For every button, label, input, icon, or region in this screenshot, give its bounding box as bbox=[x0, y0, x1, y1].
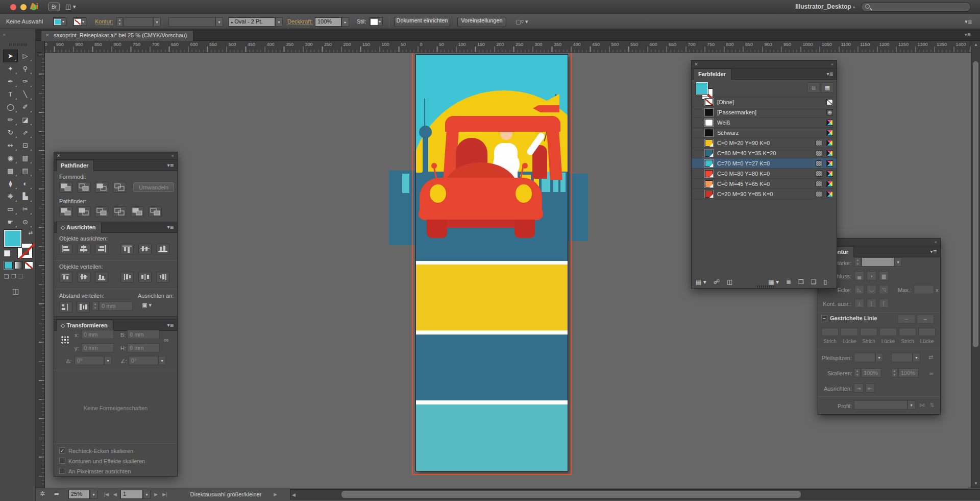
stripe-light-teal[interactable] bbox=[416, 404, 568, 471]
align-to-dropdown[interactable]: ▣ ▾ bbox=[142, 302, 152, 308]
width-tool[interactable]: ↭ bbox=[3, 139, 18, 152]
lasso-tool[interactable]: ⚲ bbox=[18, 62, 33, 75]
projecting-cap-button[interactable]: ▆ bbox=[879, 271, 889, 280]
trim-button[interactable] bbox=[77, 206, 90, 217]
mirror-right[interactable] bbox=[522, 163, 528, 169]
settings-icon[interactable]: ✲ bbox=[40, 490, 45, 497]
first-artboard-button[interactable]: |◀ bbox=[104, 492, 109, 497]
scale-end-stepper[interactable]: ▲▼ bbox=[891, 368, 898, 377]
bevel-join-button[interactable]: ◹ bbox=[879, 285, 889, 294]
variable-width-profile-field[interactable] bbox=[168, 17, 215, 27]
draw-normal-icon[interactable]: ❏ bbox=[4, 273, 9, 280]
draw-behind-icon[interactable]: ❐ bbox=[11, 273, 16, 280]
arrowhead-end-field[interactable] bbox=[891, 353, 913, 362]
tab-transform[interactable]: ◇ Transformieren bbox=[56, 320, 113, 331]
line-segment-tool[interactable]: ╲ bbox=[18, 88, 33, 101]
collapse-stroke-panel-icon[interactable]: « bbox=[935, 240, 937, 245]
divide-button[interactable] bbox=[59, 206, 72, 217]
direct-selection-tool[interactable]: ▷ bbox=[18, 50, 33, 62]
miter-join-button[interactable]: ◺ bbox=[854, 285, 864, 294]
opacity-field[interactable]: 100% bbox=[315, 17, 341, 27]
minimize-window-button[interactable] bbox=[20, 4, 27, 10]
blend-tool[interactable]: ◐ bbox=[18, 177, 33, 190]
last-artboard-button[interactable]: ▶| bbox=[162, 492, 167, 497]
scale-tool[interactable]: ⇗ bbox=[18, 126, 33, 139]
car-underbody[interactable] bbox=[447, 220, 514, 228]
curvature-tool[interactable]: ✑ bbox=[18, 75, 33, 88]
outline-button[interactable] bbox=[131, 206, 144, 217]
dash-field-1[interactable] bbox=[821, 328, 839, 336]
mesh-tool[interactable]: ▩ bbox=[3, 164, 18, 177]
headlight-left[interactable] bbox=[430, 184, 446, 203]
color-mode-button[interactable] bbox=[4, 261, 13, 269]
workspace-switcher[interactable]: Illustrator_Desktop ▾ bbox=[795, 3, 855, 10]
add-to-library-icon[interactable]: ◫ bbox=[727, 278, 732, 285]
divider-white-2[interactable] bbox=[416, 330, 568, 335]
horizontal-distribute-center-button[interactable] bbox=[138, 272, 152, 282]
artboard[interactable] bbox=[416, 55, 568, 471]
list-view-button[interactable]: ≣ bbox=[807, 82, 820, 93]
close-window-button[interactable] bbox=[10, 4, 16, 10]
expand-button[interactable]: Umwandeln bbox=[133, 182, 174, 192]
type-tool[interactable]: T bbox=[3, 88, 18, 101]
vertical-align-bottom-button[interactable] bbox=[156, 244, 169, 254]
free-transform-tool[interactable]: ⊡ bbox=[18, 139, 33, 152]
height-field[interactable]: 0 mm bbox=[127, 343, 160, 352]
swatch-options-icon[interactable]: ≣ bbox=[786, 278, 791, 285]
align-stroke-inside-button[interactable]: ⌊ bbox=[867, 299, 876, 308]
swatch-row[interactable]: [Ohne] bbox=[692, 97, 837, 107]
transform-menu-icon[interactable]: ▾≣ bbox=[167, 322, 174, 328]
profile-field[interactable] bbox=[854, 400, 908, 410]
fill-color-dropdown[interactable]: ▾ bbox=[53, 17, 66, 26]
shaper-tool[interactable]: ✏ bbox=[3, 113, 18, 126]
scale-end-field[interactable]: 100% bbox=[898, 368, 919, 377]
fill-proxy[interactable] bbox=[4, 230, 21, 247]
link-scale-icon[interactable]: ∞ bbox=[929, 370, 934, 376]
horizontal-align-right-button[interactable] bbox=[95, 244, 108, 254]
exclude-button[interactable] bbox=[113, 182, 126, 193]
y-field[interactable]: 0 mm bbox=[81, 343, 114, 352]
gradient-mode-button[interactable] bbox=[14, 261, 23, 269]
rotate-caret[interactable]: ▾ bbox=[104, 356, 112, 365]
shear-caret[interactable]: ▾ bbox=[158, 356, 166, 365]
horizontal-distribute-space-button[interactable] bbox=[77, 302, 90, 313]
color-themes-icon[interactable]: ☍ bbox=[714, 278, 720, 285]
perspective-grid-tool[interactable]: ▦ bbox=[18, 152, 33, 164]
crop-button[interactable] bbox=[113, 206, 126, 217]
vertical-distribute-space-button[interactable] bbox=[59, 302, 72, 313]
collapse-swatches-icon[interactable]: « bbox=[831, 62, 834, 67]
vertical-distribute-center-button[interactable] bbox=[77, 272, 90, 282]
round-join-button[interactable]: ◡ bbox=[867, 285, 876, 294]
align-menu-icon[interactable]: ▾≣ bbox=[167, 224, 174, 230]
car-wheel-right[interactable] bbox=[514, 220, 535, 238]
divider-white-3[interactable] bbox=[416, 400, 568, 404]
flip-across-icon[interactable]: ⇅ bbox=[929, 402, 934, 409]
align-stroke-outside-button[interactable]: ⌈ bbox=[879, 299, 889, 308]
intersect-button[interactable] bbox=[95, 182, 108, 193]
swatch-row[interactable]: C=80 M=40 Y=35 K=20 bbox=[692, 148, 837, 158]
headlight-right[interactable] bbox=[516, 184, 532, 203]
scroll-left-arrow[interactable]: ◀ bbox=[292, 492, 296, 497]
dash-field-2[interactable] bbox=[841, 328, 858, 336]
skyline-accent-left[interactable] bbox=[416, 165, 422, 173]
close-document-icon[interactable]: ✕ bbox=[45, 33, 50, 38]
search-input[interactable] bbox=[861, 2, 971, 12]
stripe-dark-teal[interactable] bbox=[416, 335, 568, 400]
weight-stepper[interactable]: ▲▼ bbox=[854, 257, 861, 267]
width-field[interactable]: 0 mm bbox=[127, 330, 160, 339]
scale-start-stepper[interactable]: ▲▼ bbox=[854, 368, 861, 377]
car-bumper[interactable] bbox=[419, 207, 543, 220]
close-swatches-icon[interactable]: ✕ bbox=[694, 62, 698, 67]
vertical-distribute-top-button[interactable] bbox=[59, 272, 72, 282]
none-mode-button[interactable] bbox=[24, 261, 33, 269]
mirror-left[interactable] bbox=[431, 163, 437, 169]
skyline-building-offboard-right[interactable] bbox=[568, 174, 588, 241]
dash-field-6[interactable] bbox=[918, 328, 936, 336]
status-menu-arrow[interactable]: ▶ bbox=[274, 492, 277, 497]
isolate-selection-icon[interactable]: ▢▿ ▾ bbox=[516, 18, 528, 25]
tv-tower-shaft[interactable] bbox=[423, 136, 428, 177]
swatch-kinds-icon[interactable]: ▦ ▾ bbox=[768, 278, 779, 285]
artboard-number-field[interactable]: 1 bbox=[120, 490, 143, 499]
profile-caret[interactable]: ▾ bbox=[908, 400, 915, 410]
stroke-weight-field[interactable] bbox=[124, 17, 153, 27]
